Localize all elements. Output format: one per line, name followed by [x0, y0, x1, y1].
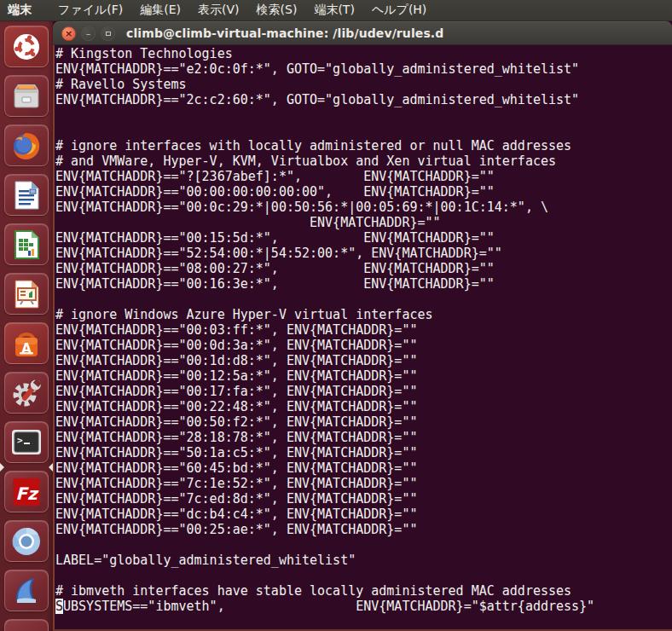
terminal-line: # ibmveth interfaces have stable locally… [55, 583, 594, 599]
minimize-button[interactable]: – [81, 26, 96, 41]
terminal-line: ENV{MATCHADDR}=="00:1d:d8:*", ENV{MATCHA… [55, 353, 594, 368]
writer-document-icon [9, 178, 43, 212]
filezilla-icon: Fz [9, 475, 43, 509]
launcher-item-libreoffice-writer[interactable] [4, 174, 49, 216]
terminal-icon: > [9, 425, 43, 460]
terminal-line: ENV{MATCHADDR}=="28:18:78:*", ENV{MATCHA… [55, 430, 594, 445]
terminal-line: ENV{MATCHADDR}=="00:0c:29:*|00:50:56:*|0… [55, 200, 594, 215]
terminal-line: # and VMWare, Hyper-V, KVM, Virtualbox a… [55, 153, 594, 169]
launcher-item-workspace-peek[interactable] [4, 619, 49, 631]
terminal-line: ENV{MATCHADDR}=="00:50:f2:*", ENV{MATCHA… [55, 414, 594, 430]
terminal-line: ENV{MATCHADDR}=="e2:0c:0f:*", GOTO="glob… [55, 61, 594, 77]
menu-item-2[interactable]: 編集(E) [131, 1, 189, 18]
terminal-line: # ignore interfaces with locally adminis… [55, 138, 594, 153]
terminal-line: ENV{MATCHADDR}="" [55, 215, 594, 230]
terminal-line: ENV{MATCHADDR}=="00:25:ae:*", ENV{MATCHA… [55, 522, 594, 537]
terminal-line: ENV{MATCHADDR}=="00:03:ff:*", ENV{MATCHA… [55, 322, 594, 338]
terminal-line [55, 292, 594, 307]
menu-item-4[interactable]: 検索(S) [248, 1, 306, 18]
firefox-icon [9, 129, 43, 163]
terminal-line: ENV{MATCHADDR}=="60:45:bd:*", ENV{MATCHA… [55, 460, 594, 476]
terminal-line: ENV{MATCHADDR}=="00:15:5d:*", ENV{MATCHA… [55, 230, 594, 246]
impress-presentation-icon [9, 277, 43, 311]
terminal-line [55, 568, 594, 583]
launcher-item-filezilla[interactable]: Fz [4, 471, 49, 512]
window-title: climb@climb-virtual-machine: /lib/udev/r… [126, 26, 443, 40]
chromium-icon [9, 524, 43, 559]
launcher-item-files[interactable] [4, 75, 49, 117]
shopping-bag-icon: A [9, 327, 43, 361]
terminal-line: ENV{MATCHADDR}=="08:00:27:*", ENV{MATCHA… [55, 261, 594, 276]
running-indicator-arrow-icon [0, 463, 4, 472]
terminal-line: ENV{MATCHADDR}=="00:12:5a:*", ENV{MATCHA… [55, 368, 594, 384]
svg-text:>: > [17, 435, 23, 446]
terminal-line: ENV{MATCHADDR}=="00:17:fa:*", ENV{MATCHA… [55, 384, 594, 399]
terminal-line: ENV{MATCHADDR}=="50:1a:c5:*", ENV{MATCHA… [55, 445, 594, 460]
terminal-line: ENV{MATCHADDR}=="00:16:3e:*", ENV{MATCHA… [55, 276, 594, 292]
terminal-line: # Ravello Systems [55, 77, 594, 92]
terminal-window: × – climb@climb-virtual-machine: /lib/ud… [53, 21, 672, 631]
svg-text:Fz: Fz [15, 483, 39, 504]
launcher-item-system-settings[interactable] [4, 372, 49, 414]
global-menu-bar: 端末 ファイル(F)編集(E)表示(V)検索(S)端末(T)ヘルプ(H) [0, 0, 672, 21]
launcher-item-chromium[interactable] [4, 520, 49, 562]
terminal-line: SUBSYSTEMS=="ibmveth", ENV{MATCHADDR}="$… [55, 599, 594, 614]
maximize-button[interactable] [101, 26, 115, 41]
menu-item-1[interactable]: ファイル(F) [49, 1, 131, 18]
terminal-line: ENV{MATCHADDR}=="2c:c2:60:*", GOTO="glob… [55, 92, 594, 107]
terminal-line: # ignore Windows Azure Hyper-V virtual i… [55, 307, 594, 322]
active-app-title: 端末 [0, 3, 49, 18]
terminal-line [55, 123, 594, 138]
unity-launcher: A > Fz [0, 21, 53, 631]
wireshark-icon [9, 574, 43, 608]
terminal-line: ENV{MATCHADDR}=="00:22:48:*", ENV{MATCHA… [55, 399, 594, 414]
terminal-cursor: S [55, 599, 63, 614]
terminal-line: ENV{MATCHADDR}=="00:0d:3a:*", ENV{MATCHA… [55, 338, 594, 353]
maximize-icon [106, 32, 111, 36]
menu-items: ファイル(F)編集(E)表示(V)検索(S)端末(T)ヘルプ(H) [49, 3, 435, 18]
menu-item-5[interactable]: 端末(T) [305, 1, 362, 18]
menu-item-3[interactable]: 表示(V) [189, 1, 248, 18]
terminal-line: ENV{MATCHADDR}=="dc:b4:c4:*", ENV{MATCHA… [55, 507, 594, 522]
gear-wrench-icon [9, 376, 43, 410]
launcher-item-software-center[interactable]: A [4, 322, 49, 364]
launcher-item-terminal[interactable]: > [4, 421, 49, 463]
launcher-item-firefox[interactable] [4, 124, 49, 166]
window-titlebar[interactable]: × – climb@climb-virtual-machine: /lib/ud… [53, 21, 672, 45]
terminal-text: # Kingston TechnologiesENV{MATCHADDR}=="… [55, 46, 594, 614]
terminal-line [55, 107, 594, 123]
terminal-line: ENV{MATCHADDR}=="?[2367abef]:*", ENV{MAT… [55, 169, 594, 184]
launcher-item-libreoffice-impress[interactable] [4, 273, 49, 315]
terminal-line: ENV{MATCHADDR}=="00:00:00:00:00:00", ENV… [55, 184, 594, 200]
file-cabinet-icon [9, 79, 43, 113]
terminal-line [55, 537, 594, 553]
terminal-line: ENV{MATCHADDR}=="7c:1e:52:*", ENV{MATCHA… [55, 476, 594, 491]
calc-spreadsheet-icon [9, 228, 43, 262]
terminal-line: LABEL="globally_administered_whitelist" [55, 553, 594, 568]
launcher-item-wireshark[interactable] [4, 570, 49, 611]
desktop: 端末 ファイル(F)編集(E)表示(V)検索(S)端末(T)ヘルプ(H) [0, 0, 672, 631]
terminal-line: # Kingston Technologies [55, 46, 594, 61]
terminal-line: ENV{MATCHADDR}=="7c:ed:8d:*", ENV{MATCHA… [55, 491, 594, 507]
launcher-item-dash-home[interactable] [4, 26, 49, 67]
terminal-content-area[interactable]: # Kingston TechnologiesENV{MATCHADDR}=="… [53, 45, 672, 631]
menu-item-6[interactable]: ヘルプ(H) [363, 1, 435, 18]
terminal-line: ENV{MATCHADDR}=="52:54:00:*|54:52:00:*",… [55, 246, 594, 261]
launcher-item-libreoffice-calc[interactable] [4, 223, 49, 265]
close-button[interactable]: × [61, 26, 76, 41]
ubuntu-logo-icon [9, 30, 43, 64]
